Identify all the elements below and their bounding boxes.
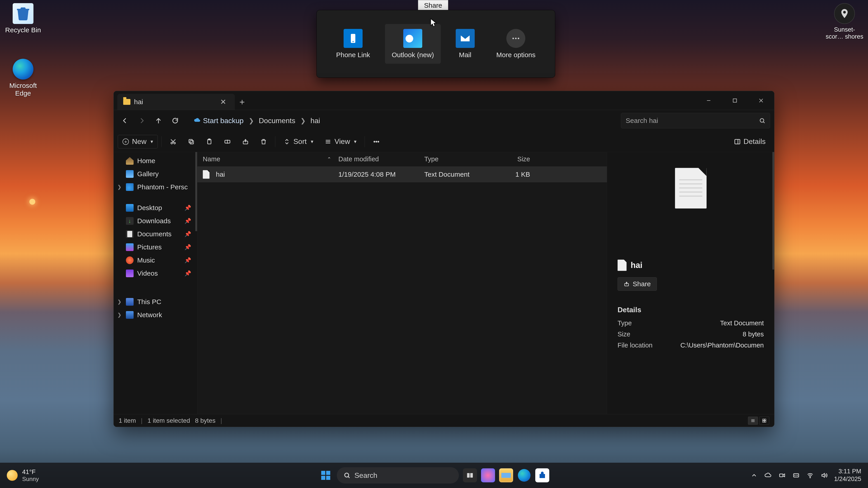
sort-button[interactable]: Sort ▾ <box>279 135 318 149</box>
share-button[interactable] <box>238 135 253 149</box>
details-pane-toggle[interactable]: Details <box>730 137 770 146</box>
share-item-more-options[interactable]: More options <box>490 24 542 64</box>
taskbar-weather[interactable]: 41°F Sunny <box>7 468 39 483</box>
tab-close-button[interactable]: ✕ <box>217 97 229 107</box>
details-pane[interactable]: hai Share Details TypeText Document Size… <box>607 152 774 414</box>
share-item-mail[interactable]: Mail <box>449 24 482 64</box>
share-item-label: Mail <box>459 51 471 59</box>
pin-icon: 📌 <box>184 270 191 276</box>
sidebar-item-pictures[interactable]: Pictures📌 <box>114 240 197 254</box>
plus-icon: ＋ <box>123 138 129 145</box>
taskbar-clock[interactable]: 3:11 PM 1/24/2025 <box>834 468 861 483</box>
chevron-right-icon: ❯ <box>248 117 255 125</box>
view-list-toggle[interactable] <box>748 417 758 425</box>
file-list-pane[interactable]: Name⌃ Date modified Type Size hai 1/19/2… <box>197 152 607 414</box>
desktop-icon-label: Recycle Bin <box>4 26 42 34</box>
breadcrumb[interactable]: Start backup ❯ Documents ❯ hai <box>188 113 615 128</box>
share-item-outlook-new[interactable]: Outlook (new) <box>385 24 441 64</box>
breadcrumb-start-backup[interactable]: Start backup <box>191 115 246 126</box>
tray-wifi-icon[interactable] <box>806 471 814 480</box>
file-type: Text Document <box>421 170 489 178</box>
sidebar-item-music[interactable]: Music📌 <box>114 254 197 267</box>
delete-button[interactable] <box>256 135 272 149</box>
up-button[interactable] <box>151 113 166 128</box>
sidebar-item-videos[interactable]: Videos📌 <box>114 267 197 280</box>
desktop-icon-recycle-bin[interactable]: Recycle Bin <box>4 3 42 34</box>
share-item-label: Outlook (new) <box>392 51 434 59</box>
desktop-icon-location[interactable]: Sunset-scor… shores <box>826 3 864 40</box>
sidebar-item-downloads[interactable]: Downloads📌 <box>114 215 197 228</box>
tab-hai[interactable]: hai ✕ <box>117 94 235 110</box>
file-row[interactable]: hai 1/19/2025 4:08 PM Text Document 1 KB <box>197 166 607 182</box>
file-list-header[interactable]: Name⌃ Date modified Type Size <box>197 152 607 166</box>
sidebar-item-gallery[interactable]: Gallery <box>114 167 197 181</box>
svg-marker-48 <box>783 474 785 477</box>
tray-volume-icon[interactable] <box>820 471 828 480</box>
sidebar-item-this-pc[interactable]: ❯This PC <box>114 295 197 308</box>
view-thumbnails-toggle[interactable] <box>759 417 769 425</box>
column-header-name[interactable]: Name⌃ <box>199 156 335 163</box>
pin-icon: 📌 <box>184 218 191 224</box>
svg-point-2 <box>513 38 514 39</box>
minimize-button[interactable] <box>695 91 722 110</box>
file-date: 1/19/2025 4:08 PM <box>335 170 421 178</box>
sidebar-item-desktop[interactable]: Desktop📌 <box>114 201 197 215</box>
search-input[interactable]: Search hai <box>621 113 770 128</box>
store-taskbar-button[interactable] <box>535 468 549 482</box>
svg-point-4 <box>518 38 520 39</box>
taskbar-search[interactable]: Search <box>337 467 459 484</box>
sidebar[interactable]: Home Gallery ❯Phantom - Persc Desktop📌 D… <box>114 152 197 414</box>
share-item-phone-link[interactable]: Phone Link <box>329 24 377 64</box>
tray-chevron-up[interactable] <box>750 471 758 480</box>
details-share-button[interactable]: Share <box>618 277 657 291</box>
forward-button[interactable] <box>134 113 149 128</box>
sidebar-item-onedrive[interactable]: ❯Phantom - Persc <box>114 181 197 194</box>
see-more-button[interactable] <box>368 135 384 149</box>
text-file-icon <box>203 170 210 179</box>
copilot-button[interactable] <box>481 468 495 482</box>
task-view-button[interactable] <box>463 468 477 482</box>
column-header-type[interactable]: Type <box>421 156 489 163</box>
breadcrumb-hai[interactable]: hai <box>308 115 323 126</box>
breadcrumb-documents[interactable]: Documents <box>256 115 298 126</box>
file-preview-icon <box>675 168 707 208</box>
column-header-date[interactable]: Date modified <box>335 156 421 163</box>
svg-point-1 <box>352 41 354 42</box>
desktop-icon <box>126 204 133 212</box>
tray-meet-now-icon[interactable] <box>778 471 786 480</box>
start-button[interactable] <box>319 468 333 482</box>
share-item-label: More options <box>496 51 535 59</box>
details-row-location: File locationC:\Users\Phantom\Documen <box>618 340 764 351</box>
music-icon <box>126 256 133 264</box>
svg-rect-14 <box>190 140 193 144</box>
text-file-icon <box>618 260 627 271</box>
tray-language-icon[interactable] <box>792 471 800 480</box>
sidebar-item-home[interactable]: Home <box>114 154 197 167</box>
refresh-button[interactable] <box>168 113 182 128</box>
cut-button[interactable] <box>165 135 181 149</box>
tray-onedrive-icon[interactable] <box>764 471 772 480</box>
rename-button[interactable] <box>219 135 235 149</box>
close-button[interactable] <box>748 91 774 110</box>
taskbar[interactable]: 41°F Sunny Search 3:11 PM 1/24/2025 <box>0 463 868 488</box>
new-button[interactable]: ＋ New ▾ <box>118 135 158 149</box>
edge-taskbar-button[interactable] <box>517 468 531 482</box>
copy-button[interactable] <box>183 135 199 149</box>
chevron-right-icon: ❯ <box>117 299 121 305</box>
sidebar-item-network[interactable]: ❯Network <box>114 308 197 322</box>
sidebar-item-documents[interactable]: Documents📌 <box>114 228 197 240</box>
toolbar: ＋ New ▾ Sort ▾ View ▾ Details <box>114 131 774 152</box>
weather-condition: Sunny <box>22 476 39 483</box>
maximize-button[interactable] <box>722 91 748 110</box>
desktop-icon-edge[interactable]: Microsoft Edge <box>4 59 42 97</box>
titlebar[interactable]: hai ✕ ＋ <box>114 91 774 110</box>
column-header-size[interactable]: Size <box>489 156 534 163</box>
details-heading: Details <box>618 306 764 314</box>
paste-button[interactable] <box>202 135 217 149</box>
new-tab-button[interactable]: ＋ <box>235 94 249 110</box>
back-button[interactable] <box>118 113 132 128</box>
view-button[interactable]: View ▾ <box>320 135 361 149</box>
home-icon <box>126 157 133 165</box>
file-explorer-taskbar-button[interactable] <box>499 468 513 482</box>
pin-icon: 📌 <box>184 257 191 263</box>
